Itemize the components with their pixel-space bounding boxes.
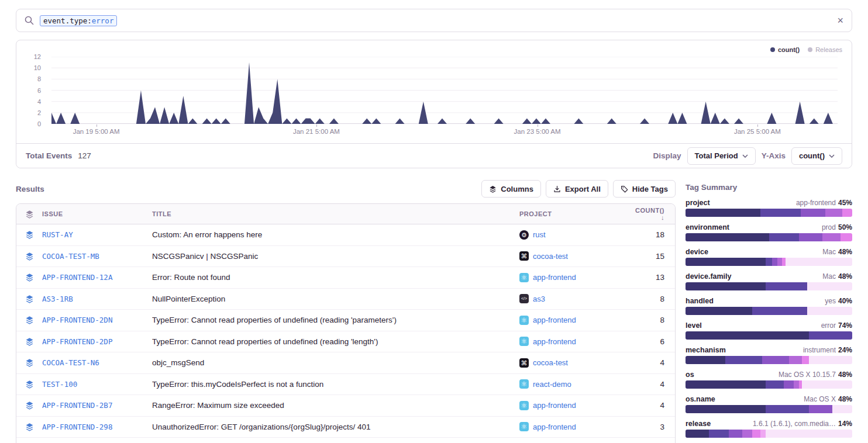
column-header-project[interactable]: PROJECT — [519, 210, 631, 217]
display-dropdown[interactable]: Total Period — [687, 147, 756, 165]
tag-bar-segment[interactable] — [766, 405, 809, 413]
tag-distribution-bar[interactable] — [686, 258, 852, 266]
tag-bar-segment[interactable] — [686, 405, 766, 413]
tag-bar-segment[interactable] — [825, 209, 842, 217]
legend-item-releases[interactable]: Releases — [808, 46, 842, 53]
issue-link[interactable]: TEST-100 — [42, 380, 77, 389]
project-link[interactable]: app-frontend — [533, 316, 576, 324]
tag-bar-segment[interactable] — [760, 209, 800, 217]
tag-bar-segment[interactable] — [760, 430, 766, 438]
tag-bar-segment[interactable] — [725, 356, 762, 364]
issue-link[interactable]: APP-FRONTEND-12A — [42, 273, 112, 282]
tag-distribution-bar[interactable] — [686, 380, 852, 389]
tag-distribution-bar[interactable] — [686, 356, 852, 364]
tag-bar-segment[interactable] — [709, 430, 729, 438]
legend-item-count[interactable]: count() — [770, 46, 800, 53]
issue-link[interactable]: APP-FRONTEND-298 — [42, 423, 112, 431]
tag-bar-segment[interactable] — [794, 380, 799, 389]
issue-link[interactable]: COCOA-TEST-N6 — [42, 358, 99, 367]
chart-plot[interactable] — [51, 57, 838, 124]
hide-tags-button[interactable]: Hide Tags — [613, 180, 676, 198]
apple-project-icon: ⌘ — [519, 358, 529, 368]
tag-distribution-bar[interactable] — [686, 282, 852, 290]
tag-bar-other-segment[interactable] — [802, 380, 852, 389]
tag-bar-segment[interactable] — [686, 209, 760, 217]
tag-bar-segment[interactable] — [752, 307, 807, 315]
search-token-key: event.type: — [43, 16, 92, 25]
legend-dot — [770, 47, 775, 52]
chart-x-axis: Jan 19 5:00 AMJan 21 5:00 AMJan 23 5:00 … — [51, 128, 838, 137]
tag-bar-segment[interactable] — [686, 430, 709, 438]
tag-bar-segment[interactable] — [766, 380, 784, 389]
tag-top-value: yes — [825, 297, 836, 305]
project-link[interactable]: app-frontend — [533, 423, 576, 431]
tag-bar-segment[interactable] — [789, 356, 802, 364]
tag-bar-segment[interactable] — [752, 430, 760, 438]
clear-search-icon[interactable]: × — [837, 16, 843, 25]
tag-bar-other-segment[interactable] — [786, 258, 852, 266]
column-header-count[interactable]: COUNT() ↓ — [631, 207, 675, 221]
tag-bar-segment[interactable] — [686, 380, 766, 389]
tag-distribution-bar[interactable] — [686, 430, 852, 438]
tag-bar-segment[interactable] — [842, 209, 852, 217]
tag-bar-segment[interactable] — [686, 356, 725, 364]
tag-bar-segment[interactable] — [766, 282, 807, 290]
tag-bar-segment[interactable] — [802, 356, 808, 364]
tag-bar-other-segment[interactable] — [766, 430, 852, 438]
issue-link[interactable]: AS3-1RB — [42, 295, 73, 303]
yaxis-dropdown[interactable]: count() — [791, 147, 842, 165]
tag-distribution-bar[interactable] — [686, 331, 852, 340]
tag-bar-segment[interactable] — [769, 233, 799, 241]
tag-bar-segment[interactable] — [762, 356, 789, 364]
tag-bar-segment[interactable] — [686, 307, 752, 315]
tag-bar-segment[interactable] — [799, 233, 822, 241]
columns-button[interactable]: Columns — [481, 180, 541, 198]
tag-bar-segment[interactable] — [742, 430, 752, 438]
column-header-title[interactable]: TITLE — [152, 210, 519, 217]
project-link[interactable]: cocoa-test — [533, 358, 568, 367]
issue-link[interactable]: RUST-AY — [42, 230, 73, 239]
issue-link[interactable]: APP-FRONTEND-2DN — [42, 316, 112, 324]
issue-link[interactable]: APP-FRONTEND-2B7 — [42, 401, 112, 410]
project-link[interactable]: react-demo — [533, 380, 571, 389]
tag-bar-other-segment[interactable] — [807, 307, 852, 315]
tag-percentage: 50% — [838, 223, 852, 231]
tag-bar-segment[interactable] — [801, 209, 826, 217]
project-link[interactable]: cocoa-test — [533, 252, 568, 261]
tag-bar-segment[interactable] — [777, 258, 783, 266]
tag-bar-segment[interactable] — [686, 233, 769, 241]
issue-link[interactable]: APP-FRONTEND-2DP — [42, 337, 112, 346]
tag-bar-segment[interactable] — [772, 258, 777, 266]
y-tick-label: 4 — [37, 98, 41, 105]
tag-bar-segment[interactable] — [784, 380, 794, 389]
project-link[interactable]: rust — [533, 230, 546, 239]
tag-bar-other-segment[interactable] — [809, 356, 852, 364]
project-link[interactable]: app-frontend — [533, 337, 576, 346]
y-tick-label: 2 — [37, 109, 41, 116]
search-bar[interactable]: event.type:error × — [16, 9, 852, 32]
tag-percentage: 45% — [838, 199, 852, 207]
x-tick-mark — [97, 124, 97, 127]
tag-bar-segment[interactable] — [841, 233, 852, 241]
project-link[interactable]: app-frontend — [533, 401, 576, 410]
project-link[interactable]: app-frontend — [533, 273, 576, 282]
tag-distribution-bar[interactable] — [686, 233, 852, 241]
tag-bar-segment[interactable] — [686, 258, 766, 266]
tag-bar-segment[interactable] — [686, 331, 809, 340]
tag-bar-segment[interactable] — [809, 405, 832, 413]
tag-bar-segment[interactable] — [686, 282, 766, 290]
tag-bar-segment[interactable] — [729, 430, 742, 438]
tag-distribution-bar[interactable] — [686, 307, 852, 315]
tag-bar-segment[interactable] — [822, 233, 841, 241]
tag-bar-segment[interactable] — [766, 258, 772, 266]
tag-bar-other-segment[interactable] — [832, 405, 852, 413]
tag-bar-segment[interactable] — [809, 331, 852, 340]
issue-link[interactable]: COCOA-TEST-MB — [42, 252, 99, 261]
column-header-issue[interactable]: ISSUE — [42, 210, 152, 217]
tag-bar-other-segment[interactable] — [807, 282, 852, 290]
tag-distribution-bar[interactable] — [686, 209, 852, 217]
project-link[interactable]: as3 — [533, 295, 545, 303]
search-query-token[interactable]: event.type:error — [40, 15, 117, 26]
tag-distribution-bar[interactable] — [686, 405, 852, 413]
export-all-button[interactable]: Export All — [546, 180, 608, 198]
